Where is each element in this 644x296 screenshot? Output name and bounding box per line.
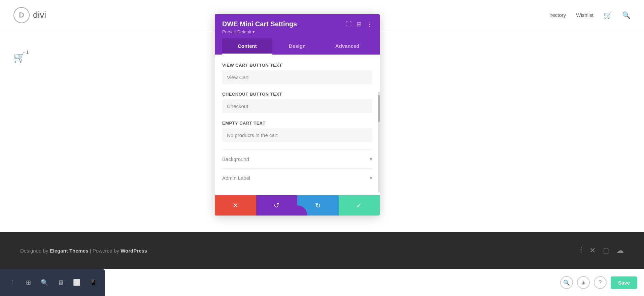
panel-title: DWE Mini Cart Settings (222, 20, 297, 28)
toolbar-more-btn[interactable]: ⋮ (5, 276, 19, 289)
confirm-button[interactable]: ✓ (339, 195, 380, 216)
toolbar-tablet-btn[interactable]: ⬜ (70, 276, 83, 289)
facebook-icon[interactable]: f (580, 246, 582, 255)
admin-label-section[interactable]: Admin Label ▾ (222, 168, 372, 187)
twitter-x-icon[interactable]: ✕ (589, 246, 596, 255)
checkout-input[interactable] (222, 99, 372, 113)
bottom-toolbar: ⋮ ⊞ 🔍 🖥 ⬜ 📱 (0, 269, 105, 296)
logo-text: divi (33, 10, 46, 20)
cart-icon: 🛒 (13, 52, 25, 63)
panel-scrollbar[interactable] (378, 92, 380, 193)
admin-label-text: Admin Label (222, 175, 250, 181)
nav-link-wishlist[interactable]: Wishlist (576, 12, 594, 18)
cart-nav-icon[interactable]: 🛒 (604, 11, 612, 19)
admin-label-chevron-icon: ▾ (370, 175, 372, 181)
panel-scrollbar-thumb (378, 95, 380, 122)
footer-social: f ✕ ◻ ☁ (580, 246, 624, 255)
cart-area: 🛒 1 (0, 30, 215, 84)
toolbar-search-btn[interactable]: 🔍 (38, 276, 51, 289)
logo-circle: D (13, 7, 30, 23)
cancel-button[interactable]: ✕ (215, 195, 256, 216)
save-button[interactable]: Save (611, 276, 637, 289)
toolbar-grid-btn[interactable]: ⊞ (22, 276, 35, 289)
nav-link-directory[interactable]: irectory (549, 12, 566, 18)
background-label: Background (222, 156, 249, 162)
panel-header: DWE Mini Cart Settings ⛶ ⊞ ⋮ Preset: Def… (215, 14, 380, 55)
split-view-icon[interactable]: ⊞ (357, 21, 362, 28)
tab-design[interactable]: Design (272, 38, 323, 55)
logo-area: D divi (13, 7, 46, 23)
search-nav-icon[interactable]: 🔍 (622, 11, 631, 19)
view-cart-input[interactable] (222, 70, 372, 84)
footer-text: Designed by Elegant Themes | Powered by … (20, 248, 147, 254)
panel-header-icons: ⛶ ⊞ ⋮ (346, 21, 372, 28)
background-section[interactable]: Background ▾ (222, 150, 372, 168)
empty-cart-label: Empty Cart Text (222, 121, 372, 126)
settings-panel: DWE Mini Cart Settings ⛶ ⊞ ⋮ Preset: Def… (215, 14, 380, 216)
toolbar-desktop-btn[interactable]: 🖥 (54, 276, 67, 289)
checkout-label: Checkout Button Text (222, 92, 372, 97)
empty-cart-field-group: Empty Cart Text (222, 121, 372, 142)
more-options-icon[interactable]: ⋮ (366, 21, 372, 28)
help-circle-btn[interactable]: ? (594, 276, 607, 289)
empty-cart-input[interactable] (222, 128, 372, 142)
instagram-icon[interactable]: ◻ (603, 246, 609, 255)
panel-title-row: DWE Mini Cart Settings ⛶ ⊞ ⋮ (222, 20, 372, 28)
layers-circle-btn[interactable]: ◈ (577, 276, 590, 289)
panel-body: View Cart Button Text Checkout Button Te… (215, 55, 380, 195)
panel-preset[interactable]: Preset: Default ▾ (222, 29, 372, 34)
view-cart-label: View Cart Button Text (222, 63, 372, 68)
bottom-right-controls: 🔍 ◈ ? Save (553, 269, 644, 296)
view-cart-field-group: View Cart Button Text (222, 63, 372, 84)
background-chevron-icon: ▾ (370, 156, 372, 162)
panel-tabs: Content Design Advanced (222, 38, 372, 55)
toolbar-mobile-btn[interactable]: 📱 (86, 276, 100, 289)
footer-bar: Designed by Elegant Themes | Powered by … (0, 232, 644, 269)
tab-advanced[interactable]: Advanced (322, 38, 372, 55)
cart-icon-wrap[interactable]: 🛒 1 (13, 52, 25, 63)
cart-badge: 1 (26, 50, 29, 55)
rss-icon[interactable]: ☁ (616, 246, 624, 255)
tab-content[interactable]: Content (222, 38, 272, 55)
search-circle-btn[interactable]: 🔍 (560, 276, 573, 289)
nav-links: irectory Wishlist 🛒 🔍 (549, 11, 631, 19)
checkout-field-group: Checkout Button Text (222, 92, 372, 113)
fullscreen-icon[interactable]: ⛶ (346, 21, 352, 28)
